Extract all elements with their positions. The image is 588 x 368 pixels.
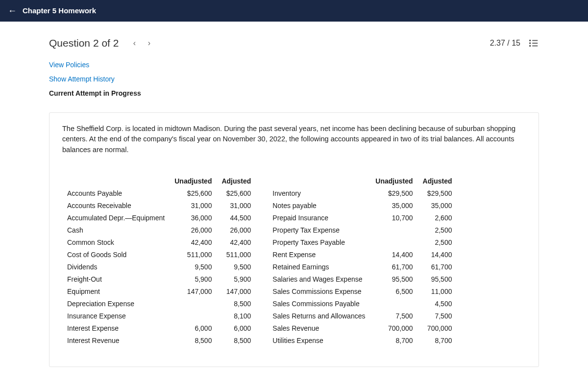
prev-question-button[interactable]: ‹	[127, 36, 141, 50]
account-name: Interest Expense	[62, 322, 170, 335]
svg-point-3	[530, 40, 531, 41]
back-arrow-icon[interactable]: ←	[8, 4, 17, 18]
adjusted-value: 31,000	[217, 200, 256, 212]
col-adjusted: Adjusted	[418, 175, 457, 187]
unadjusted-value: 700,000	[370, 322, 417, 335]
top-bar: ← Chapter 5 Homework	[0, 0, 588, 22]
unadjusted-value: 9,500	[170, 261, 217, 273]
problem-text: The Sheffield Corp. is located in midtow…	[49, 113, 539, 160]
table-row: Rent Expense14,40014,400	[268, 249, 457, 261]
links: View Policies Show Attempt History Curre…	[49, 57, 539, 112]
unadjusted-value: 6,500	[370, 286, 417, 298]
adjusted-value: 700,000	[418, 322, 457, 335]
unadjusted-value: $29,500	[370, 187, 417, 200]
tables-wrap: Unadjusted Adjusted Accounts Payable$25,…	[49, 160, 539, 367]
adjusted-value: 5,900	[217, 273, 256, 286]
adjusted-value: $29,500	[418, 187, 457, 200]
account-name: Sales Returns and Allowances	[268, 310, 370, 322]
table-row: Interest Expense6,0006,000	[62, 322, 256, 335]
question-header: Question 2 of 2 ‹ › 2.37 / 15	[49, 33, 539, 57]
unadjusted-value: 14,400	[370, 249, 417, 261]
account-name: Dividends	[62, 261, 170, 273]
col-account	[268, 175, 370, 187]
table-row: Dividends9,5009,500	[62, 261, 256, 273]
accounts-table-right: Unadjusted Adjusted Inventory$29,500$29,…	[268, 175, 457, 347]
adjusted-value: 4,500	[418, 298, 457, 310]
accounts-table-left: Unadjusted Adjusted Accounts Payable$25,…	[62, 175, 256, 347]
content: Question 2 of 2 ‹ › 2.37 / 15 View Polic…	[49, 22, 539, 368]
adjusted-value: 26,000	[217, 224, 256, 237]
table-row: Property Taxes Payable2,500	[268, 237, 457, 249]
adjusted-value: 95,500	[418, 273, 457, 286]
svg-point-4	[530, 43, 531, 44]
table-row: Sales Revenue700,000700,000	[268, 322, 457, 335]
adjusted-value: $25,600	[217, 187, 256, 200]
adjusted-value: 35,000	[418, 200, 457, 212]
unadjusted-value: 10,700	[370, 212, 417, 224]
account-name: Utilities Expense	[268, 335, 370, 347]
unadjusted-value	[170, 298, 217, 310]
adjusted-value: 6,000	[217, 322, 256, 335]
view-policies-link[interactable]: View Policies	[49, 58, 539, 72]
next-question-button[interactable]: ›	[142, 36, 156, 50]
unadjusted-value: 26,000	[170, 224, 217, 237]
attempt-status: Current Attempt in Progress	[49, 86, 539, 107]
unadjusted-value: 61,700	[370, 261, 417, 273]
account-name: Depreciation Expense	[62, 298, 170, 310]
adjusted-value: 2,600	[418, 212, 457, 224]
table-row: Depreciation Expense8,500	[62, 298, 256, 310]
unadjusted-value: 31,000	[170, 200, 217, 212]
adjusted-value: 8,100	[217, 310, 256, 322]
adjusted-value: 147,000	[217, 286, 256, 298]
unadjusted-value: 511,000	[170, 249, 217, 261]
table-row: Sales Commissions Payable4,500	[268, 298, 457, 310]
svg-point-5	[530, 45, 531, 46]
col-adjusted: Adjusted	[217, 175, 256, 187]
unadjusted-value	[370, 237, 417, 249]
adjusted-value: 11,000	[418, 286, 457, 298]
table-row: Interest Revenue8,5008,500	[62, 335, 256, 347]
account-name: Freight-Out	[62, 273, 170, 286]
adjusted-value: 44,500	[217, 212, 256, 224]
unadjusted-value: 8,500	[170, 335, 217, 347]
table-row: Cost of Goods Sold511,000511,000	[62, 249, 256, 261]
score-display: 2.37 / 15	[490, 37, 520, 49]
unadjusted-value: 42,400	[170, 237, 217, 249]
account-name: Prepaid Insurance	[268, 212, 370, 224]
table-row: Insurance Expense8,100	[62, 310, 256, 322]
account-name: Common Stock	[62, 237, 170, 249]
table-row: Retained Earnings61,70061,700	[268, 261, 457, 273]
adjusted-value: 8,500	[217, 298, 256, 310]
unadjusted-value: 7,500	[370, 310, 417, 322]
question-list-icon[interactable]	[528, 38, 539, 49]
table-row: Accounts Payable$25,600$25,600	[62, 187, 256, 200]
adjusted-value: 8,500	[217, 335, 256, 347]
account-name: Equipment	[62, 286, 170, 298]
assignment-title: Chapter 5 Homework	[23, 5, 96, 17]
unadjusted-value	[370, 298, 417, 310]
account-name: Sales Revenue	[268, 322, 370, 335]
adjusted-value: 2,500	[418, 224, 457, 237]
adjusted-value: 7,500	[418, 310, 457, 322]
account-name: Notes payable	[268, 200, 370, 212]
account-name: Interest Revenue	[62, 335, 170, 347]
col-account	[62, 175, 170, 187]
unadjusted-value: 35,000	[370, 200, 417, 212]
show-attempt-history-link[interactable]: Show Attempt History	[49, 72, 539, 86]
account-name: Accumulated Depr.—Equipment	[62, 212, 170, 224]
table-row: Common Stock42,40042,400	[62, 237, 256, 249]
account-name: Accounts Receivable	[62, 200, 170, 212]
adjusted-value: 2,500	[418, 237, 457, 249]
unadjusted-value: 6,000	[170, 322, 217, 335]
account-name: Sales Commissions Payable	[268, 298, 370, 310]
table-row: Cash26,00026,000	[62, 224, 256, 237]
question-header-left: Question 2 of 2 ‹ ›	[49, 35, 156, 51]
unadjusted-value: 8,700	[370, 335, 417, 347]
account-name: Inventory	[268, 187, 370, 200]
question-title: Question 2 of 2	[49, 35, 119, 51]
table-row: Salaries and Wages Expense95,50095,500	[268, 273, 457, 286]
table-row: Equipment147,000147,000	[62, 286, 256, 298]
adjusted-value: 42,400	[217, 237, 256, 249]
unadjusted-value	[170, 310, 217, 322]
unadjusted-value: 95,500	[370, 273, 417, 286]
